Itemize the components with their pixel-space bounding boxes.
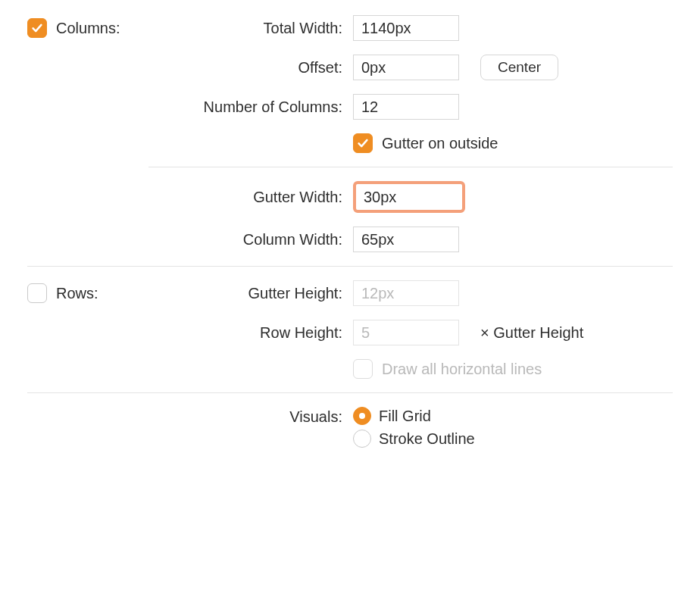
check-icon (356, 136, 370, 150)
row-column-width: Column Width: (27, 227, 673, 252)
total-width-input[interactable] (353, 15, 459, 41)
offset-label: Offset: (148, 59, 353, 77)
row-offset: Offset: Center (27, 55, 673, 80)
columns-section-label: Columns: (56, 20, 120, 37)
visuals-radio-group: Fill Grid Stroke Outline (353, 407, 673, 448)
row-draw-all: Draw all horizontal lines (27, 359, 673, 379)
row-gutter-height: Rows: Gutter Height: (27, 280, 673, 306)
column-width-input[interactable] (353, 227, 459, 252)
separator (148, 167, 673, 167)
draw-all-label: Draw all horizontal lines (382, 361, 542, 378)
total-width-label: Total Width: (148, 20, 353, 37)
column-width-label: Column Width: (148, 231, 353, 248)
row-visuals: Visuals: Fill Grid Stroke Outline (27, 407, 673, 448)
visuals-option-stroke-outline[interactable]: Stroke Outline (353, 430, 673, 448)
radio-on-icon (353, 407, 371, 425)
rows-section-label: Rows: (56, 285, 98, 302)
grid-settings-panel: Columns: Total Width: Offset: Center Num… (0, 0, 700, 480)
row-gutter-width: Gutter Width: (27, 181, 673, 213)
gutter-width-label: Gutter Width: (148, 189, 353, 206)
num-columns-label: Number of Columns: (148, 98, 353, 116)
rows-checkbox[interactable] (27, 283, 47, 303)
gutter-width-input[interactable] (353, 181, 465, 213)
row-height-suffix: × Gutter Height (480, 324, 583, 342)
row-total-width: Columns: Total Width: (27, 15, 673, 41)
row-height-label: Row Height: (148, 324, 353, 342)
gutter-height-label: Gutter Height: (148, 285, 353, 302)
center-button[interactable]: Center (480, 55, 558, 80)
separator (27, 266, 673, 267)
visuals-option-fill-grid[interactable]: Fill Grid (353, 407, 673, 425)
visuals-label: Visuals: (148, 407, 353, 426)
row-row-height: Row Height: × Gutter Height (27, 320, 673, 345)
columns-checkbox[interactable] (27, 18, 47, 38)
gutter-outside-label: Gutter on outside (382, 135, 498, 152)
separator (27, 392, 673, 393)
offset-input[interactable] (353, 55, 459, 80)
row-height-input (353, 320, 459, 345)
row-gutter-outside: Gutter on outside (27, 133, 673, 153)
radio-off-icon (353, 430, 371, 448)
gutter-outside-checkbox[interactable] (353, 133, 373, 153)
visuals-option-label: Stroke Outline (379, 430, 475, 448)
num-columns-input[interactable] (353, 94, 459, 120)
gutter-height-input (353, 280, 459, 306)
draw-all-checkbox (353, 359, 373, 379)
row-num-columns: Number of Columns: (27, 94, 673, 120)
visuals-option-label: Fill Grid (379, 408, 431, 425)
check-icon (30, 21, 44, 35)
